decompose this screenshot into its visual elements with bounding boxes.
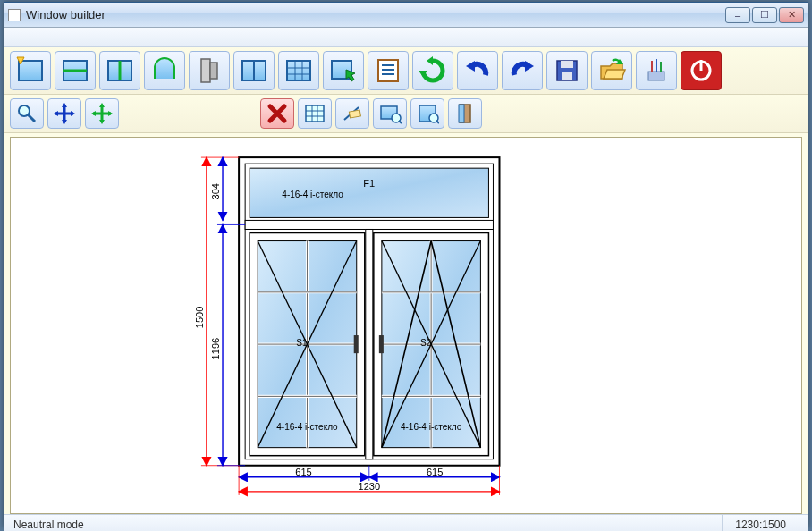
svg-rect-25	[561, 61, 573, 68]
dim-half-width-2: 615	[427, 467, 443, 477]
svg-marker-37	[62, 120, 67, 124]
app-window: Window builder – ☐ ✕	[4, 2, 808, 527]
left-sash: S1 4-16-4 i-стекло	[250, 233, 365, 456]
svg-marker-41	[99, 120, 105, 124]
drawing-canvas[interactable]: F1 4-16-4 i-стекло	[10, 137, 802, 514]
grid-button[interactable]	[298, 98, 332, 129]
profile-button[interactable]	[189, 51, 230, 90]
svg-rect-10	[287, 61, 310, 80]
redo-button[interactable]	[502, 51, 543, 90]
minimize-button[interactable]: –	[725, 7, 750, 23]
svg-line-55	[436, 121, 439, 123]
titlebar[interactable]: Window builder – ☐ ✕	[4, 3, 808, 28]
glazing-label-left: 4-16-4 i-стекло	[276, 422, 338, 432]
left-sash-tag: S1	[296, 338, 308, 348]
arch-button[interactable]	[144, 51, 185, 90]
statusbar: Neautral mode 1230:1500	[4, 514, 808, 531]
door-button[interactable]	[448, 98, 482, 129]
svg-marker-38	[54, 111, 58, 116]
app-icon	[8, 9, 21, 21]
double-sash-button[interactable]	[233, 51, 275, 90]
main-toolbar	[4, 47, 808, 95]
svg-rect-6	[201, 59, 210, 82]
svg-rect-74	[354, 335, 359, 353]
svg-rect-44	[306, 105, 324, 122]
refresh-button[interactable]	[412, 51, 453, 90]
svg-marker-22	[466, 61, 475, 72]
right-sash-tag: S2	[420, 338, 432, 348]
svg-rect-0	[19, 61, 42, 80]
cursor-tool-button[interactable]	[323, 51, 364, 90]
power-button[interactable]	[681, 51, 722, 90]
close-button[interactable]: ✕	[779, 7, 804, 23]
move-button[interactable]	[47, 98, 81, 129]
svg-line-35	[28, 114, 35, 122]
window-drawing: F1 4-16-4 i-стекло	[239, 157, 499, 466]
dim-sash-height: 1196	[210, 338, 221, 360]
split-vertical-button[interactable]	[99, 51, 140, 90]
svg-rect-26	[562, 72, 572, 80]
svg-rect-57	[459, 105, 464, 122]
svg-marker-36	[62, 103, 67, 107]
zoom-button[interactable]	[10, 98, 44, 129]
grid-sash-button[interactable]	[278, 51, 319, 90]
dim-total-height: 1500	[194, 307, 205, 329]
svg-marker-23	[525, 61, 534, 72]
status-dimensions: 1230:1500	[722, 515, 799, 531]
new-window-button[interactable]	[10, 51, 51, 90]
svg-rect-28	[648, 72, 664, 80]
brushes-button[interactable]	[636, 51, 677, 90]
canvas-area: F1 4-16-4 i-стекло	[4, 133, 808, 514]
svg-marker-40	[99, 103, 105, 107]
menubar[interactable]	[4, 28, 808, 47]
maximize-button[interactable]: ☐	[752, 7, 777, 23]
svg-rect-49	[349, 110, 360, 118]
save-button[interactable]	[546, 51, 588, 90]
svg-rect-88	[379, 335, 384, 353]
dim-transom-height: 304	[210, 183, 221, 199]
secondary-toolbar	[4, 95, 808, 133]
svg-line-52	[399, 121, 402, 123]
svg-rect-75	[366, 229, 373, 459]
undo-button[interactable]	[457, 51, 498, 90]
fit-button[interactable]	[85, 98, 119, 129]
list-button[interactable]	[368, 51, 409, 90]
delete-button[interactable]	[260, 98, 294, 129]
measure-button[interactable]	[373, 98, 407, 129]
svg-marker-43	[108, 111, 113, 116]
right-sash: S2 4-16-4 i-стекло	[374, 233, 489, 456]
top-panel-label: F1	[363, 178, 375, 189]
svg-rect-7	[210, 63, 217, 79]
svg-marker-39	[71, 111, 75, 116]
window-title: Window builder	[26, 8, 106, 21]
svg-marker-20	[427, 56, 433, 65]
status-mode: Neautral mode	[13, 518, 84, 531]
glazing-label-top: 4-16-4 i-стекло	[282, 190, 343, 199]
dim-half-width-1: 615	[295, 467, 311, 477]
open-button[interactable]	[591, 51, 632, 90]
svg-rect-61	[245, 220, 493, 229]
glazing-label-right: 4-16-4 i-стекло	[401, 422, 462, 432]
svg-marker-42	[91, 111, 96, 116]
properties-button[interactable]	[410, 98, 444, 129]
dimension-button[interactable]	[335, 98, 369, 129]
dim-total-width: 1230	[359, 481, 381, 492]
split-horizontal-button[interactable]	[55, 51, 96, 90]
